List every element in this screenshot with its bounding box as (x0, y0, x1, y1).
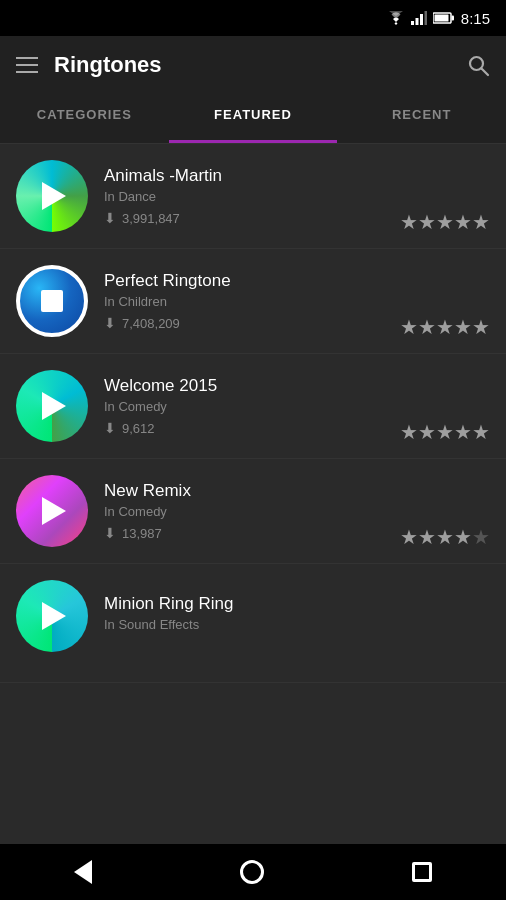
list-item[interactable]: Animals -Martin In Dance ⬇ 3,991,847 ★ ★… (0, 144, 506, 249)
ring-meta: ⬇ 9,612 (104, 420, 400, 436)
ring-title: Minion Ring Ring (104, 594, 490, 614)
star-4: ★ (454, 422, 472, 442)
ring-title: Welcome 2015 (104, 376, 400, 396)
star-5: ★ (472, 527, 490, 547)
list-item[interactable]: New Remix In Comedy ⬇ 13,987 ★ ★ ★ ★ ★ (0, 459, 506, 564)
download-count: 3,991,847 (122, 211, 180, 226)
svg-rect-6 (434, 15, 448, 22)
search-icon[interactable] (466, 53, 490, 77)
ring-info: New Remix In Comedy ⬇ 13,987 (104, 481, 400, 541)
ring-title: Perfect Ringtone (104, 271, 400, 291)
app-title: Ringtones (54, 52, 162, 78)
svg-rect-0 (411, 21, 414, 25)
ring-category: In Sound Effects (104, 617, 490, 632)
recents-button[interactable] (392, 854, 452, 890)
download-icon: ⬇ (104, 525, 116, 541)
hamburger-icon[interactable] (16, 57, 38, 73)
svg-rect-3 (424, 11, 427, 25)
tab-recent[interactable]: RECENT (337, 94, 506, 143)
status-icons: 8:15 (387, 10, 490, 27)
svg-rect-1 (415, 18, 418, 25)
star-3: ★ (436, 212, 454, 232)
back-icon (74, 860, 92, 884)
play-icon (42, 392, 66, 420)
home-button[interactable] (220, 852, 284, 892)
ring-title: Animals -Martin (104, 166, 400, 186)
ring-info: Minion Ring Ring In Sound Effects (104, 594, 490, 638)
star-3: ★ (436, 422, 454, 442)
home-icon (240, 860, 264, 884)
top-bar-left: Ringtones (16, 52, 162, 78)
thumbnail-remix (16, 475, 88, 547)
ring-category: In Comedy (104, 399, 400, 414)
ring-title: New Remix (104, 481, 400, 501)
stop-icon (41, 290, 63, 312)
status-bar: 8:15 (0, 0, 506, 36)
download-count: 7,408,209 (122, 316, 180, 331)
ring-category: In Dance (104, 189, 400, 204)
star-1: ★ (400, 212, 418, 232)
download-count: 9,612 (122, 421, 155, 436)
star-3: ★ (436, 527, 454, 547)
star-2: ★ (418, 527, 436, 547)
thumbnail-welcome (16, 370, 88, 442)
ring-info: Animals -Martin In Dance ⬇ 3,991,847 (104, 166, 400, 226)
star-3: ★ (436, 317, 454, 337)
star-5: ★ (472, 212, 490, 232)
tab-featured[interactable]: FEATURED (169, 94, 338, 143)
stars-container: ★ ★ ★ ★ ★ (400, 317, 490, 337)
ring-info: Welcome 2015 In Comedy ⬇ 9,612 (104, 376, 400, 436)
tab-bar: CATEGORIES FEATURED RECENT (0, 94, 506, 144)
star-2: ★ (418, 317, 436, 337)
status-time: 8:15 (461, 10, 490, 27)
tab-recent-label: RECENT (392, 107, 451, 122)
play-icon (42, 602, 66, 630)
thumbnail-minion (16, 580, 88, 652)
recents-icon (412, 862, 432, 882)
star-1: ★ (400, 422, 418, 442)
tab-categories[interactable]: CATEGORIES (0, 94, 169, 143)
ring-category: In Children (104, 294, 400, 309)
star-5: ★ (472, 422, 490, 442)
download-icon: ⬇ (104, 420, 116, 436)
list-item[interactable]: Minion Ring Ring In Sound Effects (0, 564, 506, 683)
stars-container: ★ ★ ★ ★ ★ (400, 422, 490, 442)
list-item[interactable]: Welcome 2015 In Comedy ⬇ 9,612 ★ ★ ★ ★ ★ (0, 354, 506, 459)
ring-meta: ⬇ 7,408,209 (104, 315, 400, 331)
ring-info: Perfect Ringtone In Children ⬇ 7,408,209 (104, 271, 400, 331)
download-icon: ⬇ (104, 210, 116, 226)
star-4: ★ (454, 317, 472, 337)
battery-icon (433, 12, 455, 24)
star-1: ★ (400, 317, 418, 337)
play-icon (42, 182, 66, 210)
star-4: ★ (454, 212, 472, 232)
thumbnail-animals (16, 160, 88, 232)
play-icon (42, 497, 66, 525)
stars-container: ★ ★ ★ ★ ★ (400, 212, 490, 232)
item-right: ★ ★ ★ ★ ★ (400, 160, 490, 232)
list-item[interactable]: Perfect Ringtone In Children ⬇ 7,408,209… (0, 249, 506, 354)
back-button[interactable] (54, 852, 112, 892)
ring-category: In Comedy (104, 504, 400, 519)
thumbnail-perfect (16, 265, 88, 337)
stars-container: ★ ★ ★ ★ ★ (400, 527, 490, 547)
item-right: ★ ★ ★ ★ ★ (400, 370, 490, 442)
svg-line-8 (482, 69, 489, 76)
top-bar: Ringtones (0, 36, 506, 94)
star-1: ★ (400, 527, 418, 547)
signal-icon (411, 11, 427, 25)
svg-rect-2 (420, 14, 423, 25)
star-2: ★ (418, 212, 436, 232)
tab-featured-label: FEATURED (214, 107, 292, 122)
bottom-nav (0, 844, 506, 900)
svg-rect-5 (451, 16, 454, 21)
star-4: ★ (454, 527, 472, 547)
star-5: ★ (472, 317, 490, 337)
item-right: ★ ★ ★ ★ ★ (400, 475, 490, 547)
ring-meta: ⬇ 3,991,847 (104, 210, 400, 226)
tab-featured-underline (169, 140, 338, 143)
download-icon: ⬇ (104, 315, 116, 331)
ringtone-list: Animals -Martin In Dance ⬇ 3,991,847 ★ ★… (0, 144, 506, 844)
wifi-icon (387, 11, 405, 25)
ring-meta: ⬇ 13,987 (104, 525, 400, 541)
